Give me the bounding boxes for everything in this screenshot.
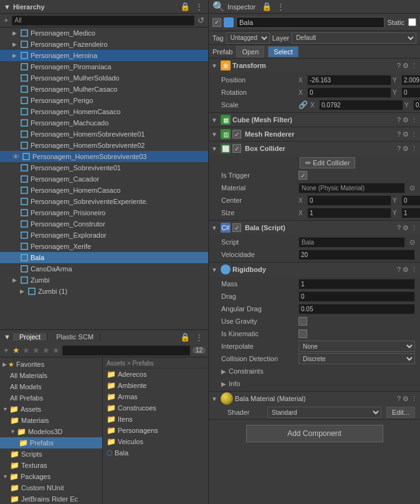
ptree-prefabs[interactable]: 📁 Prefabs: [0, 437, 102, 448]
meshfilter-more-icon[interactable]: ⋮: [411, 116, 418, 124]
hierarchy-refresh-icon[interactable]: ↺: [196, 16, 206, 25]
ptree-materiais[interactable]: 📁 Materiais: [0, 415, 102, 426]
meshrenderer-settings-icon[interactable]: ⚙: [403, 130, 409, 138]
use-gravity-checkbox[interactable]: [298, 317, 307, 326]
ptree-assets[interactable]: ▼ 📁 Assets: [0, 404, 102, 415]
velocidade-input[interactable]: [298, 250, 415, 260]
favorites-star-icon[interactable]: ★: [12, 346, 20, 355]
tree-item-canodaarma[interactable]: CanoDaArma: [0, 263, 208, 274]
cx-input[interactable]: [307, 195, 391, 206]
inspector-lock-icon[interactable]: 🔒: [260, 2, 273, 11]
scale-x-input[interactable]: [319, 100, 403, 110]
pfile-armas[interactable]: 📁 Armas: [103, 391, 208, 402]
pfile-aderecos[interactable]: 📁 Aderecos: [103, 369, 208, 380]
transform-settings-icon[interactable]: ⚙: [403, 62, 409, 70]
scale-y-input[interactable]: [413, 100, 420, 110]
ptree-custom-nunit[interactable]: 📁 Custom NUnit: [0, 482, 102, 493]
tree-item-homemcasaco2[interactable]: Personagem_HomemCasaco: [0, 185, 208, 196]
project-more-icon[interactable]: ⋮: [194, 332, 204, 342]
add-component-button[interactable]: Add Component: [246, 425, 383, 442]
meshrenderer-more-icon[interactable]: ⋮: [411, 130, 418, 138]
star3-icon[interactable]: ★: [32, 346, 40, 355]
transform-more-icon[interactable]: ⋮: [411, 62, 418, 70]
pos-x-input[interactable]: [307, 75, 391, 85]
mesh-renderer-header[interactable]: ▼ ▥ Mesh Renderer ? ⚙ ⋮: [209, 127, 420, 141]
object-name-input[interactable]: [236, 17, 384, 28]
pfile-bala[interactable]: ⬡ Bala: [103, 447, 208, 458]
ptree-fav-prefabs[interactable]: All Prefabs: [0, 392, 102, 404]
tab-plastic-scm[interactable]: Plastic SCM: [50, 333, 100, 341]
pfile-veiculos[interactable]: 📁 Veiculos: [103, 436, 208, 447]
box-collider-checkbox[interactable]: [232, 144, 241, 153]
open-button[interactable]: Open: [236, 46, 264, 57]
script-field[interactable]: Bala: [298, 237, 405, 248]
tree-item-mulhercasaco[interactable]: Personagem_MulherCasaco: [0, 84, 208, 95]
collider-more-icon[interactable]: ⋮: [411, 145, 418, 153]
ptree-fav-materials[interactable]: All Materials: [0, 370, 102, 381]
drag-input[interactable]: [298, 291, 415, 302]
mesh-renderer-checkbox[interactable]: [232, 130, 241, 138]
tree-item-fazendeiro[interactable]: ▶ Personagem_Fazendeiro: [0, 39, 208, 50]
ptree-fav-models[interactable]: All Models: [0, 381, 102, 392]
meshfilter-settings-icon[interactable]: ⚙: [403, 116, 409, 124]
box-collider-header[interactable]: ▼ ⬜ Box Collider ? ⚙ ⋮: [209, 142, 420, 155]
hierarchy-lock-icon[interactable]: 🔒: [179, 2, 191, 11]
inspector-more-icon[interactable]: ⋮: [275, 2, 286, 11]
is-trigger-checkbox[interactable]: [298, 171, 307, 180]
project-search-input[interactable]: [62, 346, 190, 356]
meshfilter-help-icon[interactable]: ?: [397, 116, 401, 124]
constraints-row[interactable]: ▶ Constraints: [209, 365, 420, 377]
project-lock-icon[interactable]: 🔒: [179, 332, 191, 342]
edit-collider-button[interactable]: ✏ Edit Collider: [300, 157, 355, 168]
transform-help-icon[interactable]: ?: [397, 62, 401, 70]
ptree-packages[interactable]: ▼ 📁 Packages: [0, 471, 102, 482]
collider-material-dot-icon[interactable]: ⊙: [409, 184, 415, 192]
collider-material-field[interactable]: None (Physic Material): [298, 183, 405, 193]
ptree-modelos3d[interactable]: ▼ 📁 Modelos3D: [0, 426, 102, 437]
tree-item-piromaniaca[interactable]: Personagem_Piromaniaca: [0, 61, 208, 72]
info-row[interactable]: ▶ Info: [209, 377, 420, 390]
material-settings-icon[interactable]: ⚙: [403, 395, 409, 403]
angular-drag-input[interactable]: [298, 304, 415, 314]
tree-item-heroina[interactable]: ▶ Personagem_Heroina: [0, 50, 208, 61]
tree-item-prisioneiro[interactable]: Personagem_Prisioneiro: [0, 207, 208, 218]
rot-y-input[interactable]: [401, 87, 420, 98]
tree-item-machucado[interactable]: Personagem_Machucado: [0, 117, 208, 128]
pfile-personagens[interactable]: 📁 Personagens: [103, 425, 208, 436]
pfile-construcoes[interactable]: 📁 Construcoes: [103, 402, 208, 414]
tree-item-homemcasaco[interactable]: Personagem_HomemCasaco: [0, 106, 208, 117]
object-active-checkbox[interactable]: [212, 18, 221, 27]
tree-item-mulhersoldado[interactable]: Personagem_MulherSoldado: [0, 72, 208, 84]
pos-y-input[interactable]: [401, 75, 420, 85]
tree-item-sobrevivente01b[interactable]: Personagem_Sobrevivente01: [0, 162, 208, 173]
collision-detection-dropdown[interactable]: Discrete: [298, 353, 415, 364]
ptree-favorites[interactable]: ▶ ★ Favorites: [0, 359, 102, 370]
layer-dropdown[interactable]: Default: [292, 32, 416, 44]
project-add-icon[interactable]: +: [2, 346, 10, 355]
shader-dropdown[interactable]: Standard: [267, 407, 381, 418]
bala-script-checkbox[interactable]: [232, 223, 241, 232]
bala-script-header[interactable]: ▼ C# Bala (Script) ? ⚙ ⋮: [209, 221, 420, 235]
tree-item-construtor[interactable]: Personagem_Construtor: [0, 218, 208, 230]
star4-icon[interactable]: ★: [42, 346, 50, 355]
material-more-icon[interactable]: ⋮: [411, 395, 418, 403]
tree-item-bala[interactable]: Bala: [0, 252, 208, 263]
interpolate-dropdown[interactable]: None: [298, 341, 415, 352]
pfile-itens[interactable]: 📁 Itens: [103, 414, 208, 425]
rot-x-input[interactable]: [307, 87, 391, 98]
ptree-texturas[interactable]: 📁 Texturas: [0, 460, 102, 471]
tree-item-sobrevivente01a[interactable]: Personagem_HomemSobrevivente01: [0, 128, 208, 140]
script-help-icon[interactable]: ?: [397, 224, 401, 232]
transform-comp-header[interactable]: ▼ ⊞ Transform ? ⚙ ⋮: [209, 59, 420, 72]
tree-item-cacador[interactable]: Personagem_Cacador: [0, 173, 208, 185]
tree-item-zumbi[interactable]: ▶ Zumbi: [0, 274, 208, 286]
sy-input[interactable]: [401, 208, 420, 218]
tree-item-sobrevivente-exp[interactable]: Personagem_SobreviventeExperiente.: [0, 196, 208, 207]
tree-item-perigo[interactable]: Personagem_Perigo: [0, 95, 208, 106]
rb-more-icon[interactable]: ⋮: [411, 266, 418, 274]
material-comp-header[interactable]: ▼ Bala Material (Material) ? ⚙ ⋮: [209, 392, 420, 405]
mass-input[interactable]: [298, 279, 415, 289]
ptree-jetbrains[interactable]: 📁 JetBrains Rider Ec: [0, 493, 102, 504]
collider-help-icon[interactable]: ?: [397, 145, 401, 153]
tree-item-xerife[interactable]: Personagem_Xerife: [0, 241, 208, 252]
